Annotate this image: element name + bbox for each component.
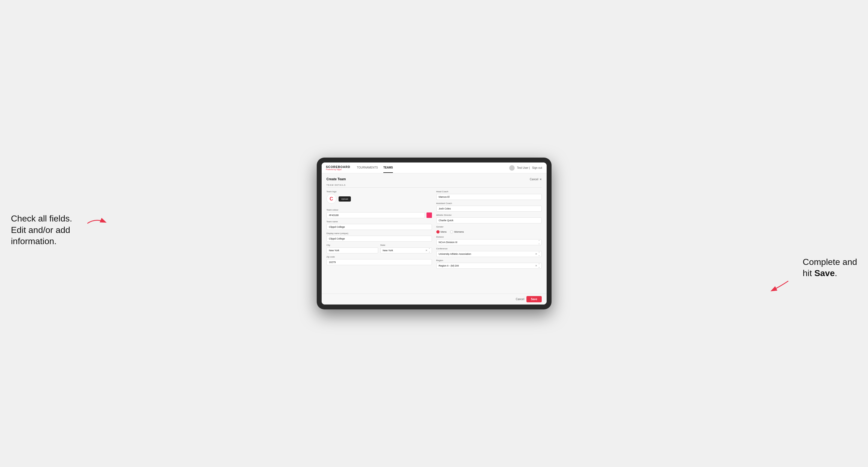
page-wrapper: Check all fields. Edit and/or add inform… — [11, 158, 857, 309]
region-label: Region — [436, 259, 542, 261]
conference-group: Conference University Athletic Associati… — [436, 247, 542, 257]
annotation-line-2: Edit and/or add — [11, 225, 70, 235]
right-column: Head Coach Assistant Coach Athletic Dire… — [436, 190, 542, 271]
nav-teams[interactable]: TEAMS — [383, 163, 393, 173]
arrow-left — [85, 215, 109, 230]
annotation-left: Check all fields. Edit and/or add inform… — [11, 213, 72, 247]
team-name-group: Team name — [327, 220, 432, 230]
gender-womens-option[interactable]: Womens — [450, 230, 464, 234]
user-label: Test User | — [517, 166, 530, 169]
region-select[interactable]: Region II - (M) DIII — [436, 263, 542, 269]
zip-label: Zip code — [327, 256, 432, 258]
logo-section: C Upload — [327, 194, 432, 204]
conference-clear-icon[interactable]: ✕ — [535, 253, 537, 255]
head-coach-input[interactable] — [436, 194, 542, 200]
navbar: SCOREBOARD Powered by clippd TOURNAMENTS… — [322, 162, 547, 174]
left-column: Team logo C Upload Team colour — [327, 190, 432, 271]
athletic-director-group: Athletic Director — [436, 214, 542, 223]
state-select[interactable]: New York — [380, 247, 432, 253]
form-title: Create Team — [327, 177, 346, 181]
assistant-coach-input[interactable] — [436, 206, 542, 212]
nav-links: TOURNAMENTS TEAMS — [357, 163, 509, 173]
app-logo: SCOREBOARD Powered by clippd — [326, 165, 350, 170]
annotation-line-1: Check all fields. — [11, 214, 72, 223]
arrow-right — [767, 278, 791, 296]
zip-group: Zip code — [327, 256, 432, 265]
logo-circle: C — [327, 194, 336, 204]
division-select[interactable]: NCAA Division III — [436, 239, 542, 245]
gender-group: Gender Mens Womens — [436, 225, 542, 234]
region-select-wrapper: Region II - (M) DIII ✕ ⌃⌄ — [436, 263, 542, 269]
assistant-coach-label: Assistant Coach — [436, 202, 542, 205]
gender-womens-radio[interactable] — [450, 230, 453, 234]
division-select-wrapper: NCAA Division III ⌃⌄ — [436, 239, 542, 245]
athletic-director-label: Athletic Director — [436, 214, 542, 216]
region-group: Region Region II - (M) DIII ✕ ⌃⌄ — [436, 259, 542, 269]
signout-link[interactable]: Sign out — [532, 166, 542, 169]
form-cancel-top[interactable]: Cancel ✕ — [530, 178, 541, 181]
city-input[interactable] — [327, 247, 378, 253]
nav-user-area: Test User | Sign out — [509, 165, 542, 171]
user-avatar — [509, 165, 515, 171]
save-button[interactable]: Save — [526, 296, 541, 302]
form-grid: Team logo C Upload Team colour — [327, 190, 542, 271]
logo-title: SCOREBOARD — [326, 165, 350, 168]
annotation-right-line1: Complete and — [803, 257, 857, 267]
division-group: Division NCAA Division III ⌃⌄ — [436, 236, 542, 245]
color-input-wrapper — [327, 212, 432, 218]
conference-select[interactable]: University Athletic Association — [436, 251, 542, 257]
annotation-right-line2: hit Save. — [803, 268, 837, 278]
athletic-director-input[interactable] — [436, 217, 542, 223]
upload-button[interactable]: Upload — [339, 196, 351, 201]
gender-label: Gender — [436, 225, 542, 228]
color-swatch[interactable] — [427, 213, 432, 218]
section-label: TEAM DETAILS — [327, 184, 542, 188]
team-colour-label: Team colour — [327, 209, 432, 211]
gender-mens-radio[interactable] — [436, 230, 440, 234]
gender-radio-group: Mens Womens — [436, 230, 542, 234]
state-clear-icon[interactable]: ✕ — [425, 249, 428, 252]
team-name-input[interactable] — [327, 224, 432, 230]
city-label: City — [327, 244, 378, 246]
conference-select-wrapper: University Athletic Association ✕ ⌃⌄ — [436, 251, 542, 257]
conference-label: Conference — [436, 247, 542, 250]
gender-mens-option[interactable]: Mens — [436, 230, 447, 234]
logo-sub: Powered by clippd — [326, 168, 350, 170]
city-group: City — [327, 244, 378, 253]
display-name-group: Display name (unique) — [327, 232, 432, 242]
team-logo-group: Team logo C Upload — [327, 190, 432, 207]
nav-tournaments[interactable]: TOURNAMENTS — [357, 163, 378, 173]
state-select-wrapper: New York ✕ ⌃⌄ — [380, 247, 432, 253]
head-coach-group: Head Coach — [436, 190, 542, 200]
team-colour-group: Team colour — [327, 209, 432, 218]
tablet-screen: SCOREBOARD Powered by clippd TOURNAMENTS… — [322, 162, 547, 305]
assistant-coach-group: Assistant Coach — [436, 202, 542, 212]
team-colour-input[interactable] — [327, 212, 425, 218]
state-label: State — [380, 244, 432, 246]
form-container: Create Team Cancel ✕ TEAM DETAILS Team l… — [322, 174, 547, 293]
cancel-button[interactable]: Cancel — [516, 298, 524, 301]
state-group: State New York ✕ ⌃⌄ — [380, 244, 432, 253]
tablet-device: SCOREBOARD Powered by clippd TOURNAMENTS… — [317, 158, 552, 309]
display-name-label: Display name (unique) — [327, 232, 432, 235]
division-label: Division — [436, 236, 542, 238]
region-clear-icon[interactable]: ✕ — [535, 264, 537, 267]
annotation-line-3: information. — [11, 236, 57, 246]
zip-input[interactable] — [327, 259, 432, 265]
form-footer: Cancel Save — [322, 293, 547, 305]
display-name-input[interactable] — [327, 236, 432, 242]
city-state-row: City State New York ✕ ⌃⌄ — [327, 244, 432, 256]
head-coach-label: Head Coach — [436, 190, 542, 193]
team-name-label: Team name — [327, 220, 432, 223]
team-logo-label: Team logo — [327, 190, 432, 193]
annotation-right: Complete and hit Save. — [803, 256, 857, 279]
form-header: Create Team Cancel ✕ — [327, 177, 542, 181]
